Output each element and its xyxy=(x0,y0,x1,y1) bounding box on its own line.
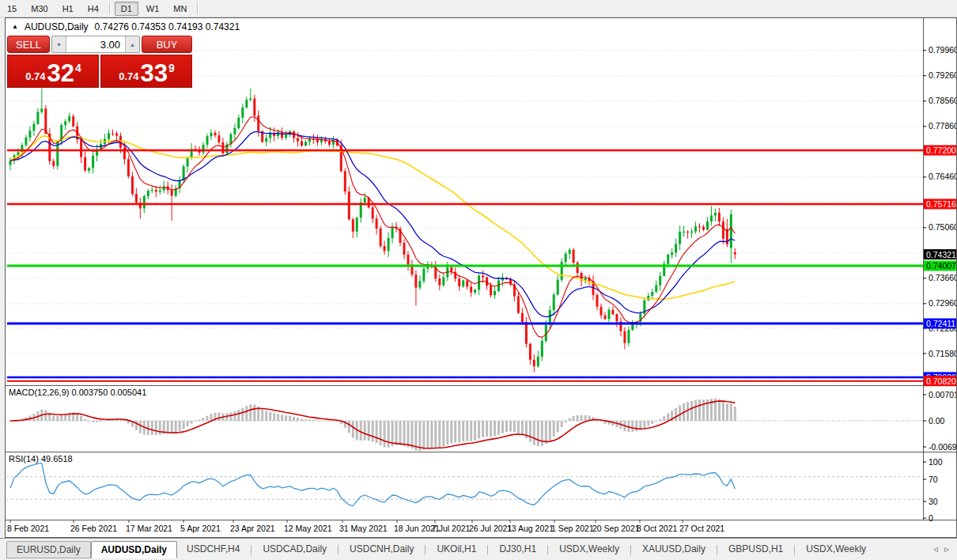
buy-price-pips: 33 xyxy=(141,62,168,85)
tab-separator xyxy=(717,545,717,555)
tab-separator xyxy=(794,545,795,555)
volume-decrease-icon[interactable]: ▼ xyxy=(52,36,66,52)
price-tag: 0.74321 xyxy=(926,250,956,259)
tab-separator xyxy=(487,545,488,555)
tab-separator xyxy=(338,545,339,555)
price-tag: 0.75716 xyxy=(926,199,956,209)
sell-price-prefix: 0.74 xyxy=(25,70,45,82)
date-axis-label: 31 May 2021 xyxy=(339,524,388,533)
macd-header: MACD(12,26,9) 0.003750 0.005041 xyxy=(9,388,146,397)
rsi-axis-label: 30 xyxy=(929,497,938,506)
tab-eurusd-daily[interactable]: EURUSD,Daily xyxy=(6,541,91,558)
one-click-trading-panel: SELL ▼ 3.00 ▲ BUY 0.74 32 4 0.74 33 9 xyxy=(7,36,192,88)
date-axis-label: 8 Feb 2021 xyxy=(7,524,49,533)
tab-xauusd-daily[interactable]: XAUUSD,Daily xyxy=(633,541,715,557)
macd-axis-label: -0.006923 xyxy=(929,442,956,452)
candles-layer xyxy=(9,88,736,372)
buy-button[interactable]: BUY xyxy=(142,36,192,53)
collapse-one-click-icon[interactable]: ▲ xyxy=(12,23,18,30)
volume-increase-icon[interactable]: ▲ xyxy=(125,36,139,52)
timeframe-toolbar: 15M30H1H4D1W1MN xyxy=(0,0,957,17)
price-axis-label: 0.76460 xyxy=(929,172,956,181)
price-tag: 0.77200 xyxy=(926,146,956,155)
sell-price-pips: 32 xyxy=(47,62,74,85)
date-axis-label: 20 Sep 2021 xyxy=(592,524,640,533)
price-axis-label: 0.77860 xyxy=(929,121,956,131)
tab-separator xyxy=(547,545,548,555)
timeframe-button-mn[interactable]: MN xyxy=(167,2,193,16)
timeframe-button-m30[interactable]: M30 xyxy=(25,2,54,16)
tab-usdcad-daily[interactable]: USDCAD,Daily xyxy=(253,541,336,557)
date-axis-label: 17 Mar 2021 xyxy=(126,524,172,533)
price-gridlines xyxy=(6,51,923,379)
price-tag: 0.70820 xyxy=(926,376,956,386)
tab-usdx-weekly[interactable]: USDX,Weekly xyxy=(796,541,876,557)
macd-axis-label: 0.00 xyxy=(929,416,945,426)
timeframe-button-15[interactable]: 15 xyxy=(1,2,23,16)
volume-input[interactable]: 3.00 xyxy=(66,36,125,52)
sell-button[interactable]: SELL xyxy=(7,36,50,53)
rsi-axis-label: 70 xyxy=(929,475,938,484)
toolbar-separator xyxy=(109,2,111,14)
tabs-scroll-left-icon[interactable]: ◃ xyxy=(933,543,938,554)
date-axis-label: 7 Jul 2021 xyxy=(432,524,471,533)
tab-usdchf-h4[interactable]: USDCHF,H4 xyxy=(177,541,249,557)
date-axis-label: 27 Oct 2021 xyxy=(679,524,724,533)
date-axis-label: 1 Sep 2021 xyxy=(551,524,594,533)
timeframe-button-h4[interactable]: H4 xyxy=(81,2,105,16)
symbol-ohlc: 0.74276 0.74353 0.74193 0.74321 xyxy=(95,21,240,32)
ma-mid-blue xyxy=(10,132,735,317)
buy-price-box[interactable]: 0.74 33 9 xyxy=(100,55,192,88)
rsi-header: RSI(14) 49.6518 xyxy=(9,454,73,464)
sell-price-point: 4 xyxy=(75,62,81,74)
chart-window[interactable]: 0.799600.792600.785600.778600.764600.750… xyxy=(5,17,957,538)
tab-gbpusd-h1[interactable]: GBPUSD,H1 xyxy=(719,541,792,557)
tab-usdx-weekly[interactable]: USDX,Weekly xyxy=(550,541,629,557)
tab-separator xyxy=(251,545,252,555)
macd-axis-label: 0.007015 xyxy=(929,390,956,399)
tab-separator xyxy=(630,545,631,555)
tab-nav: ◃▹ xyxy=(933,540,957,554)
date-axis-label: 23 Apr 2021 xyxy=(230,524,275,533)
date-axis-label: 8 Oct 2021 xyxy=(637,524,678,533)
date-axis: 8 Feb 202126 Feb 202117 Mar 20215 Apr 20… xyxy=(7,520,724,533)
price-axis-label: 0.71580 xyxy=(929,349,956,358)
buy-price-point: 9 xyxy=(168,62,175,74)
price-axis-label: 0.78560 xyxy=(929,96,956,105)
timeframe-button-d1[interactable]: D1 xyxy=(115,2,138,16)
price-axis-label: 0.75060 xyxy=(929,222,956,232)
timeframe-button-h1[interactable]: H1 xyxy=(56,2,80,16)
chart-tab-bar: EURUSD,DailyAUDUSD,DailyUSDCHF,H4USDCAD,… xyxy=(0,538,957,560)
tab-ukoil-h1[interactable]: UKOil,H1 xyxy=(427,541,486,557)
tab-usdcnh-daily[interactable]: USDCNH,Daily xyxy=(340,541,423,557)
date-axis-label: 12 May 2021 xyxy=(284,524,332,533)
tabs-scroll-right-icon[interactable]: ▹ xyxy=(944,543,949,554)
tab-separator xyxy=(425,545,426,555)
chart-canvas[interactable]: 0.799600.792600.785600.778600.764600.750… xyxy=(6,18,956,535)
price-tag: 0.72411 xyxy=(926,319,955,328)
volume-spinner: ▼ 3.00 ▲ xyxy=(51,36,140,53)
horizontal-level-lines[interactable] xyxy=(7,150,923,381)
date-axis-label: 5 Apr 2021 xyxy=(180,524,221,533)
toolbar-separator xyxy=(197,2,199,14)
symbol-title: AUDUSD,Daily xyxy=(25,21,89,32)
price-axis-label: 0.73660 xyxy=(929,273,956,282)
buy-price-prefix: 0.74 xyxy=(119,70,138,82)
date-axis-label: 26 Jul 2021 xyxy=(469,524,512,533)
sell-price-box[interactable]: 0.74 32 4 xyxy=(7,55,99,88)
price-tag: 0.74007 xyxy=(926,261,956,271)
price-axis-label: 0.79260 xyxy=(929,70,956,80)
tab-audusd-daily[interactable]: AUDUSD,Daily xyxy=(91,541,177,558)
rsi-axis-label: 0 xyxy=(929,513,933,523)
date-axis-label: 13 Aug 2021 xyxy=(507,524,554,533)
tab-dj30-h1[interactable]: DJ30,H1 xyxy=(490,541,546,557)
timeframe-button-w1[interactable]: W1 xyxy=(140,2,166,16)
price-axis-label: 0.72960 xyxy=(929,298,956,308)
price-axis-label: 0.79960 xyxy=(929,45,956,55)
rsi-axis-label: 100 xyxy=(929,457,943,467)
symbol-header: ▲ AUDUSD,Daily 0.74276 0.74353 0.74193 0… xyxy=(12,21,240,32)
macd-histogram xyxy=(9,399,736,452)
price-axis: 0.799600.792600.785600.778600.764600.750… xyxy=(923,45,956,386)
date-axis-label: 26 Feb 2021 xyxy=(70,524,117,533)
